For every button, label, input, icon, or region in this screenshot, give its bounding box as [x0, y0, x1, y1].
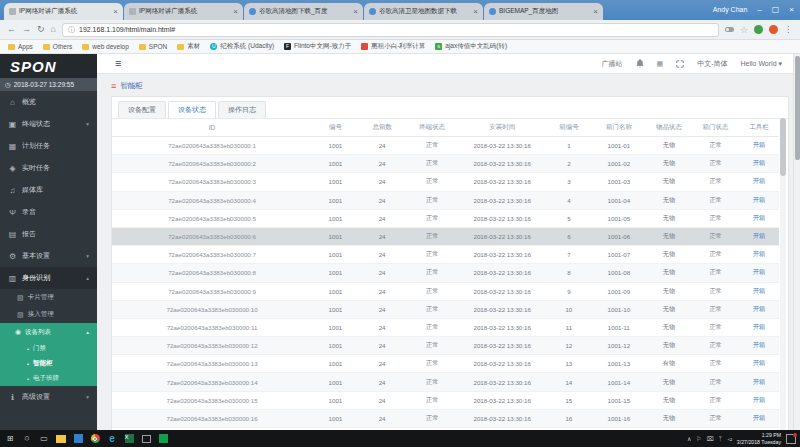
open-box-link[interactable]: 开箱 — [753, 214, 765, 221]
open-box-link[interactable]: 开箱 — [753, 341, 765, 348]
table-row[interactable]: 72ae0200643a3383eb030000:2100124正常2018-0… — [112, 155, 779, 173]
file-explorer-icon[interactable] — [55, 433, 67, 445]
home-icon[interactable]: ⌂ — [51, 25, 56, 34]
open-box-link[interactable]: 开箱 — [753, 378, 765, 385]
sidebar-item-terminal[interactable]: ▣终端状态▾ — [0, 113, 97, 135]
browser-tab[interactable]: 谷歌高清地图下载_百度× — [244, 3, 363, 20]
tray-volume-icon[interactable]: ◅ — [727, 435, 732, 442]
open-box-link[interactable]: 开箱 — [753, 287, 765, 294]
edge-icon[interactable]: e — [106, 433, 118, 445]
password-key-icon[interactable] — [725, 27, 734, 32]
tray-flag-icon[interactable]: ⚐ — [696, 435, 701, 442]
browser-menu-icon[interactable]: ⋮ — [784, 25, 793, 34]
sidebar-item-home[interactable]: ⌂概览 — [0, 91, 97, 113]
breadcrumb-menu-icon[interactable]: ≡ — [111, 82, 116, 91]
browser-tab[interactable]: BIGEMAP_百度地图× — [484, 3, 603, 20]
table-row[interactable]: 72ae0200643a3383eb030000:8100124正常2018-0… — [112, 264, 779, 282]
browser-profile-name[interactable]: Andy Chan — [713, 6, 748, 13]
app-blue-icon[interactable] — [72, 433, 84, 445]
sidebar-item-calendar[interactable]: ▦计划任务 — [0, 135, 97, 157]
refresh-icon[interactable]: ↻ — [37, 25, 45, 34]
tab-close-icon[interactable]: × — [473, 7, 478, 16]
browser-tab[interactable]: 谷歌高清卫星地图数据下载× — [364, 3, 483, 20]
table-row[interactable]: 72ae0200643a3383eb030000:1100124正常2018-0… — [112, 137, 779, 155]
tab-close-icon[interactable]: × — [593, 7, 598, 16]
fullscreen-icon[interactable] — [676, 60, 684, 68]
table-row[interactable]: 72ae0200643a3383eb030000:12100124正常2018-… — [112, 337, 779, 355]
table-row[interactable]: 72ae0200643a3383eb030000:16100124正常2018-… — [112, 409, 779, 427]
close-icon[interactable]: × — [789, 5, 794, 14]
extension-red-icon[interactable] — [769, 25, 778, 34]
sidebar-item-identity[interactable]: ▥身份识别▴ — [0, 267, 97, 289]
page-info-icon[interactable]: ⓘ — [68, 25, 75, 35]
bookmark-item[interactable]: web develop — [82, 43, 129, 50]
tab-操作日志[interactable]: 操作日志 — [218, 101, 266, 118]
green-app-icon[interactable] — [157, 433, 169, 445]
extension-green-icon[interactable] — [754, 25, 763, 34]
open-box-link[interactable]: 开箱 — [753, 177, 765, 184]
grid-apps-icon[interactable]: ▦ — [657, 60, 664, 68]
sidebar-item-shield[interactable]: ◈实时任务 — [0, 157, 97, 179]
task-view-icon[interactable]: ▭ — [38, 433, 50, 445]
sidebar-item-gear[interactable]: ⚙基本设置▾ — [0, 245, 97, 267]
open-box-link[interactable]: 开箱 — [753, 359, 765, 366]
table-row[interactable]: 72ae0200643a3383eb030000:6100124正常2018-0… — [112, 227, 779, 245]
forward-icon[interactable]: → — [22, 25, 31, 34]
tab-设备配置[interactable]: 设备配置 — [118, 101, 166, 118]
sidebar-item-music[interactable]: ♫媒体库 — [0, 179, 97, 201]
bookmark-star-icon[interactable]: ☆ — [740, 25, 748, 35]
chrome-icon[interactable] — [89, 433, 101, 445]
sidebar-item-门禁[interactable]: •门禁 — [0, 341, 97, 356]
bookmark-item[interactable]: FFlinto中文网-致力于 — [284, 42, 351, 51]
sidebar-item-mic[interactable]: Ψ录音 — [0, 201, 97, 223]
tray-network-icon[interactable]: ᛉ — [719, 436, 723, 442]
taskbar-clock[interactable]: 1:29 PM 3/27/2018 Tuesday — [737, 432, 781, 445]
tab-设备状态[interactable]: 设备状态 — [168, 101, 216, 118]
table-row[interactable]: 72ae0200643a3383eb030000:7100124正常2018-0… — [112, 246, 779, 264]
excel-icon[interactable]: X — [123, 433, 135, 445]
open-box-link[interactable]: 开箱 — [753, 305, 765, 312]
table-row[interactable]: 72ae0200643a3383eb030000:3100124正常2018-0… — [112, 173, 779, 191]
start-icon[interactable]: ⊞ — [4, 433, 16, 445]
table-row[interactable]: 72ae0200643a3383eb030000:5100124正常2018-0… — [112, 209, 779, 227]
minimize-icon[interactable]: – — [757, 5, 761, 14]
maximize-icon[interactable]: ▢ — [772, 5, 780, 14]
sidebar-item-advanced-settings[interactable]: ℹ 高级设置 ▾ — [0, 386, 97, 408]
sidebar-item-access[interactable]: ▨接入管理 — [0, 306, 97, 323]
tab-close-icon[interactable]: × — [353, 7, 358, 16]
search-icon[interactable]: ○ — [21, 433, 33, 445]
bell-icon[interactable] — [636, 59, 644, 68]
url-input[interactable]: ⓘ 192.168.1.109/html/main.html# — [62, 23, 719, 37]
open-box-link[interactable]: 开箱 — [753, 414, 765, 421]
table-scrollbar[interactable] — [780, 118, 786, 447]
table-row[interactable]: 72ae0200643a3383eb030000:9100124正常2018-0… — [112, 282, 779, 300]
back-icon[interactable]: ← — [7, 25, 16, 34]
tab-close-icon[interactable]: × — [113, 7, 118, 16]
table-row[interactable]: 72ae0200643a3383eb030000:15100124正常2018-… — [112, 391, 779, 409]
bookmark-item[interactable]: SPON — [139, 43, 167, 50]
table-row[interactable]: 72ae0200643a3383eb030000:13100124正常2018-… — [112, 355, 779, 373]
open-box-link[interactable]: 开箱 — [753, 323, 765, 330]
open-box-link[interactable]: 开箱 — [753, 159, 765, 166]
bookmark-item[interactable]: Others — [43, 43, 73, 50]
page-scrollbar[interactable] — [793, 54, 800, 430]
bookmark-item[interactable]: 惠租小白-利率计算 — [361, 42, 425, 51]
sidebar-item-智能柜[interactable]: •智能柜 — [0, 356, 97, 371]
action-center-icon[interactable] — [786, 434, 796, 444]
tray-chevron-up-icon[interactable]: ∧ — [687, 435, 691, 442]
bookmark-item[interactable]: sajax传值中文乱码(转) — [435, 42, 507, 51]
sidebar-item-report[interactable]: ▤报告 — [0, 223, 97, 245]
open-box-link[interactable]: 开箱 — [753, 396, 765, 403]
bookmark-item[interactable]: U纪检系统 (Udacity) — [210, 42, 274, 51]
table-row[interactable]: 72ae0200643a3383eb030000:11100124正常2018-… — [112, 318, 779, 336]
table-row[interactable]: 72ae0200643a3383eb030000:10100124正常2018-… — [112, 300, 779, 318]
window-app-icon[interactable] — [140, 433, 152, 445]
open-box-link[interactable]: 开箱 — [753, 250, 765, 257]
sidebar-item-card[interactable]: ▧卡片管理 — [0, 289, 97, 306]
sidebar-item-device-list[interactable]: ◉ 设备列表 ▴ — [0, 323, 97, 341]
tab-close-icon[interactable]: × — [233, 7, 238, 16]
user-menu[interactable]: Hello World ▾ — [740, 60, 782, 68]
station-label[interactable]: 广播站 — [602, 59, 623, 69]
tray-monitor-icon[interactable]: ⌧ — [707, 435, 714, 442]
open-box-link[interactable]: 开箱 — [753, 196, 765, 203]
